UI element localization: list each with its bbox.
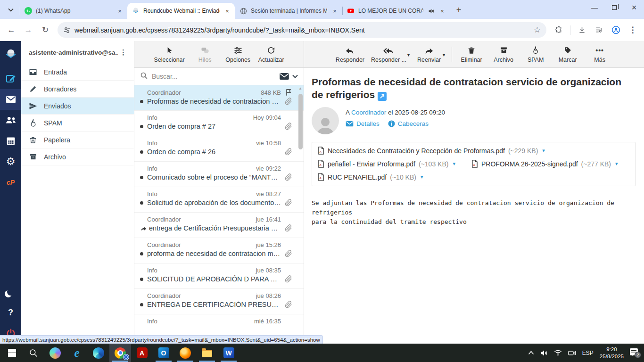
url-text[interactable]: webmail.sanjuan.gob.ec/cpsess7831249225/… — [74, 26, 530, 34]
spam-button[interactable]: SPAM — [523, 46, 548, 63]
list-scrollbar[interactable]: ▲ ▼ — [297, 86, 303, 343]
list-item[interactable]: Info vie 10:58 Orden de compra # 26 — [134, 136, 304, 162]
nav-mail-button[interactable] — [0, 89, 21, 110]
tab-session[interactable]: Sesión terminada | Informes Me × — [235, 3, 342, 19]
search-input[interactable] — [152, 73, 275, 80]
edge-icon[interactable] — [88, 344, 109, 362]
tab-close-icon[interactable]: × — [116, 7, 124, 15]
list-item[interactable]: Coordinador jue 16:41 entrega de Certifi… — [134, 213, 304, 238]
nav-calendar-button[interactable] — [0, 131, 21, 151]
reply-all-button[interactable]: Responder ... — [371, 46, 406, 63]
folder-papelera[interactable]: Papelera — [21, 132, 134, 148]
tab-close-icon[interactable]: × — [223, 7, 231, 15]
attachment-item[interactable]: A Necesidades de Contratación y Recepció… — [318, 144, 629, 157]
scrollbar-thumb[interactable] — [298, 94, 303, 149]
threads-button[interactable]: Hilos — [192, 46, 218, 63]
tray-expand-icon[interactable] — [528, 351, 534, 355]
action-center-icon[interactable]: 2 — [630, 348, 640, 358]
acrobat-icon[interactable]: A — [131, 344, 153, 362]
folder-spam[interactable]: SPAM — [21, 115, 134, 132]
attachment-menu-caret-icon[interactable]: ▾ — [615, 161, 618, 167]
nav-settings-button[interactable]: ⚙ — [0, 151, 21, 172]
window-restore-button[interactable] — [604, 0, 624, 15]
refresh-button[interactable]: Actualizar — [258, 46, 284, 63]
chrome-icon[interactable] — [109, 344, 131, 362]
extensions-icon[interactable] — [551, 23, 566, 38]
tab-roundcube[interactable]: Roundcube Webmail :: Enviados × — [127, 3, 235, 19]
folder-borradores[interactable]: Borradores — [21, 81, 134, 98]
delete-button[interactable]: Eliminar — [459, 46, 484, 63]
scroll-up-icon[interactable]: ▲ — [298, 86, 302, 92]
back-button[interactable]: ← — [4, 23, 19, 38]
list-item[interactable]: Coordinador jue 08:26 ENTREGA DE CERTIFI… — [134, 289, 304, 314]
account-menu-kebab-icon[interactable]: ⋮ — [118, 48, 129, 57]
outlook-icon[interactable]: O — [153, 344, 174, 362]
start-button[interactable] — [1, 344, 23, 362]
list-item[interactable]: Info jue 08:35 SOLICITUD DE APROBACIÓN D… — [134, 263, 304, 289]
external-link-icon[interactable] — [378, 92, 387, 101]
forward-caret-icon[interactable]: ▾ — [443, 52, 445, 58]
forward-button-mail[interactable]: Reenviar — [416, 46, 442, 63]
folder-enviados[interactable]: Enviados — [21, 98, 134, 115]
internet-explorer-icon[interactable]: e — [66, 344, 88, 362]
volume-icon[interactable] — [540, 350, 548, 356]
meet-now-icon[interactable] — [568, 350, 576, 356]
new-tab-button[interactable]: + — [453, 4, 465, 16]
tab-close-icon[interactable]: × — [331, 7, 339, 15]
reload-button[interactable]: ↻ — [38, 23, 53, 38]
menu-kebab-icon[interactable]: ⋮ — [625, 23, 640, 38]
list-item[interactable]: Coordinador 848 KB Proformas de necesida… — [134, 85, 304, 111]
archive-button[interactable]: Archivo — [491, 46, 516, 63]
recipient-link[interactable]: Coordinador — [351, 109, 386, 116]
bookmark-star-icon[interactable]: ☆ — [534, 25, 541, 35]
file-explorer-icon[interactable] — [196, 344, 218, 362]
cpanel-icon[interactable]: cP — [0, 172, 21, 193]
side-panel-icon[interactable] — [591, 23, 606, 38]
select-button[interactable]: Seleccionar — [154, 46, 184, 63]
options-button[interactable]: Opciones — [225, 46, 251, 63]
taskbar-search-button[interactable] — [23, 344, 44, 362]
tab-whatsapp[interactable]: (1) WhatsApp × — [20, 3, 127, 19]
dark-mode-button[interactable] — [0, 281, 21, 302]
headers-toggle[interactable]: Cabeceras — [388, 120, 429, 127]
folder-archivo[interactable]: Archivo — [21, 148, 134, 165]
forward-button[interactable]: → — [21, 23, 36, 38]
compose-button[interactable] — [0, 68, 21, 89]
nav-contacts-button[interactable] — [0, 110, 21, 131]
profile-icon[interactable] — [608, 23, 623, 38]
attachment-item[interactable]: A RUC PENAFIEL.pdf (~10 KB) ▾ — [318, 171, 423, 184]
copilot-icon[interactable] — [44, 344, 66, 362]
attachment-menu-caret-icon[interactable]: ▾ — [421, 174, 423, 180]
more-button[interactable]: ••• Más — [587, 46, 612, 63]
wifi-icon[interactable] — [554, 350, 562, 356]
attachment-item[interactable]: A peñafiel - Enviar Proforma.pdf (~103 K… — [318, 157, 455, 171]
window-minimize-button[interactable]: — — [585, 0, 604, 15]
downloads-icon[interactable] — [574, 23, 589, 38]
address-bar[interactable]: webmail.sanjuan.gob.ec/cpsess7831249225/… — [58, 22, 546, 38]
mark-button[interactable]: Marcar — [555, 46, 580, 63]
attachment-menu-caret-icon[interactable]: ▾ — [453, 161, 455, 167]
attachment-menu-caret-icon[interactable]: ▾ — [542, 148, 545, 154]
clock[interactable]: 9:20 25/8/2025 — [600, 346, 624, 360]
tab-youtube[interactable]: LO MEJOR DE UN CORAZÓ × — [342, 3, 450, 19]
help-button[interactable]: ? — [0, 302, 21, 323]
word-icon[interactable]: W — [218, 344, 239, 362]
language-indicator[interactable]: ESP — [582, 350, 594, 356]
details-toggle[interactable]: Detalles — [346, 120, 380, 127]
tab-audio-icon[interactable] — [427, 7, 435, 15]
firefox-icon[interactable] — [174, 344, 196, 362]
reply-button[interactable]: Responder — [336, 46, 364, 63]
flag-icon[interactable] — [281, 89, 292, 96]
window-close-button[interactable]: × — [624, 0, 644, 15]
site-settings-icon[interactable] — [63, 26, 71, 34]
search-scope-button[interactable] — [279, 73, 298, 80]
list-item[interactable]: Info vie 08:27 Solicitud de aprobación d… — [134, 187, 304, 213]
list-item[interactable]: Info vie 09:22 Comunicado sobre el proce… — [134, 162, 304, 187]
list-item[interactable]: Coordinador jue 15:26 proforma de necesi… — [134, 238, 304, 263]
folder-entrada[interactable]: Entrada — [21, 64, 134, 81]
attachment-item[interactable]: A PROFORMA 26-2025-signed.pdf (~277 KB) … — [471, 157, 618, 171]
tab-close-icon[interactable]: × — [438, 7, 446, 15]
list-item[interactable]: Info Hoy 09:04 Orden de compra # 27 — [134, 111, 304, 136]
reply-all-caret-icon[interactable]: ▾ — [407, 52, 410, 58]
tab-search-chevron-icon[interactable] — [3, 3, 19, 16]
